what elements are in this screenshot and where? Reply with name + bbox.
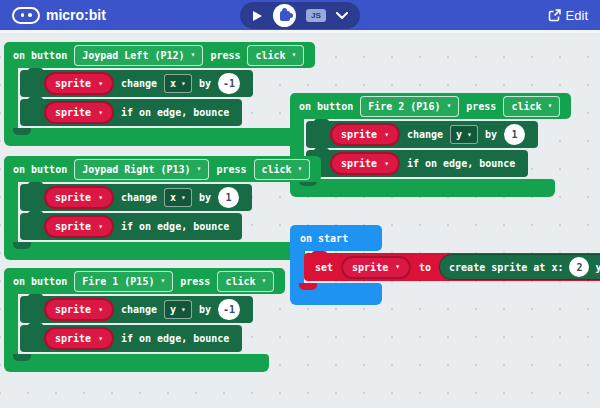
sprite-variable-dropdown[interactable]: sprite ▾ [44, 186, 114, 209]
chevron-down-icon [336, 12, 348, 19]
by-label: by [485, 129, 497, 140]
press-label: press [210, 50, 240, 61]
x-value-input[interactable]: 2 [569, 257, 589, 277]
y-label: y: [595, 262, 600, 273]
sprite-variable-dropdown[interactable]: sprite ▾ [330, 152, 400, 175]
value-input[interactable]: -1 [218, 299, 240, 320]
dropdown-caret-icon: ▾ [467, 131, 472, 139]
expand-menu-button[interactable] [336, 12, 348, 19]
sprite-bounce-block[interactable]: sprite ▾ if on edge, bounce [20, 325, 242, 352]
blocks-workspace[interactable]: on button Joypad Left (P12) ▾ press clic… [0, 30, 600, 408]
edit-link[interactable]: Edit [548, 0, 588, 30]
sprite-variable-dropdown[interactable]: sprite ▾ [44, 327, 114, 350]
sprite-bounce-block[interactable]: sprite ▾ if on edge, bounce [20, 213, 242, 240]
dropdown-caret-icon: ▾ [292, 51, 297, 59]
sprite-bounce-block[interactable]: sprite ▾ if on edge, bounce [20, 99, 242, 126]
on-button-block-fire2[interactable]: on button Fire 2 (P16) ▾ press click ▾ s… [290, 93, 571, 197]
sprite-change-block[interactable]: sprite ▾ change y ▾ by 1 [306, 121, 538, 148]
axis-dropdown-value: x [170, 192, 176, 203]
on-button-block-joypad-left[interactable]: on button Joypad Left (P12) ▾ press clic… [4, 42, 315, 146]
dropdown-caret-icon: ▾ [384, 160, 389, 168]
event-dropdown[interactable]: click ▾ [217, 271, 274, 292]
dropdown-caret-icon: ▾ [384, 131, 389, 139]
app-header: micro:bit JS Edit [0, 0, 600, 30]
toolbar-pill: JS [240, 2, 360, 29]
sprite-change-block[interactable]: sprite ▾ change x ▾ by 1 [20, 184, 252, 211]
block-bottom-arm [4, 242, 305, 260]
on-start-block[interactable]: on start set sprite ▾ to create sprite a… [290, 225, 600, 305]
dropdown-caret-icon: ▾ [98, 80, 103, 88]
block-bottom-arm [290, 283, 382, 305]
play-button[interactable] [252, 10, 263, 22]
sprite-variable-dropdown[interactable]: sprite ▾ [44, 72, 114, 95]
dropdown-caret-icon: ▾ [298, 165, 303, 173]
on-button-block-joypad-right[interactable]: on button Joypad Right (P13) ▾ press cli… [4, 156, 321, 260]
axis-dropdown[interactable]: y ▾ [450, 125, 478, 144]
button-dropdown[interactable]: Fire 2 (P16) ▾ [360, 96, 459, 117]
button-dropdown[interactable]: Fire 1 (P15) ▾ [74, 271, 173, 292]
sprite-change-block[interactable]: sprite ▾ change x ▾ by -1 [20, 70, 253, 97]
on-button-label: on button [299, 101, 353, 112]
sprite-variable-dropdown[interactable]: sprite ▾ [44, 298, 114, 321]
on-button-header: on button Joypad Right (P13) ▾ press cli… [4, 156, 321, 182]
blocks-mode-button[interactable] [273, 4, 296, 27]
puzzle-icon [280, 11, 290, 21]
edit-label: Edit [566, 8, 588, 23]
press-label: press [216, 164, 246, 175]
on-start-header: on start [290, 225, 382, 251]
on-button-header: on button Joypad Left (P12) ▾ press clic… [4, 42, 315, 68]
block-spine [4, 182, 18, 242]
axis-dropdown[interactable]: y ▾ [164, 300, 192, 319]
js-mode-button[interactable]: JS [306, 9, 326, 22]
sprite-bounce-block[interactable]: sprite ▾ if on edge, bounce [306, 150, 528, 177]
sprite-label: sprite [55, 304, 91, 315]
on-button-block-fire1[interactable]: on button Fire 1 (P15) ▾ press click ▾ s… [4, 268, 285, 372]
axis-dropdown[interactable]: x ▾ [164, 74, 192, 93]
dropdown-caret-icon: ▾ [197, 165, 202, 173]
sprite-variable-dropdown[interactable]: sprite ▾ [44, 101, 114, 124]
dropdown-caret-icon: ▾ [191, 51, 196, 59]
dropdown-caret-icon: ▾ [98, 335, 103, 343]
sprite-variable-dropdown[interactable]: sprite ▾ [44, 215, 114, 238]
event-dropdown[interactable]: click ▾ [254, 159, 311, 180]
event-dropdown[interactable]: click ▾ [247, 45, 304, 66]
set-variable-block[interactable]: set sprite ▾ to create sprite at x: 2 y:… [304, 253, 600, 281]
press-label: press [180, 276, 210, 287]
dropdown-caret-icon: ▾ [261, 277, 266, 285]
on-button-label: on button [13, 50, 67, 61]
dropdown-caret-icon: ▾ [98, 223, 103, 231]
block-bottom-arm [4, 128, 299, 146]
dropdown-caret-icon: ▾ [547, 102, 552, 110]
bounce-label: if on edge, bounce [121, 221, 229, 232]
button-dropdown[interactable]: Joypad Right (P13) ▾ [74, 159, 209, 180]
by-label: by [199, 192, 211, 203]
dropdown-caret-icon: ▾ [181, 306, 186, 314]
event-dropdown[interactable]: click ▾ [503, 96, 560, 117]
event-dropdown-value: click [511, 101, 541, 112]
sprite-variable-dropdown[interactable]: sprite ▾ [330, 123, 400, 146]
axis-dropdown[interactable]: x ▾ [164, 188, 192, 207]
value-input[interactable]: -1 [218, 73, 240, 94]
event-dropdown-value: click [262, 164, 292, 175]
event-dropdown-value: click [225, 276, 255, 287]
sprite-change-block[interactable]: sprite ▾ change y ▾ by -1 [20, 296, 253, 323]
button-dropdown[interactable]: Joypad Left (P12) ▾ [74, 45, 203, 66]
on-button-label: on button [13, 276, 67, 287]
microbit-face-icon [12, 7, 40, 24]
block-spine [4, 68, 18, 128]
dropdown-caret-icon: ▾ [98, 306, 103, 314]
on-button-header: on button Fire 2 (P16) ▾ press click ▾ [290, 93, 571, 119]
microbit-logo: micro:bit [12, 7, 106, 24]
value-input[interactable]: 1 [218, 187, 239, 208]
sprite-variable-dropdown[interactable]: sprite ▾ [341, 256, 411, 279]
dropdown-caret-icon: ▾ [98, 194, 103, 202]
create-sprite-expression[interactable]: create sprite at x: 2 y: 4 [439, 254, 600, 280]
sprite-label: sprite [55, 221, 91, 232]
dropdown-caret-icon: ▾ [446, 102, 451, 110]
external-link-icon [548, 9, 561, 22]
value-input[interactable]: 1 [504, 124, 525, 145]
button-dropdown-value: Fire 1 (P15) [82, 276, 154, 287]
sprite-label: sprite [55, 78, 91, 89]
sprite-label: sprite [55, 107, 91, 118]
button-dropdown-value: Fire 2 (P16) [368, 101, 440, 112]
